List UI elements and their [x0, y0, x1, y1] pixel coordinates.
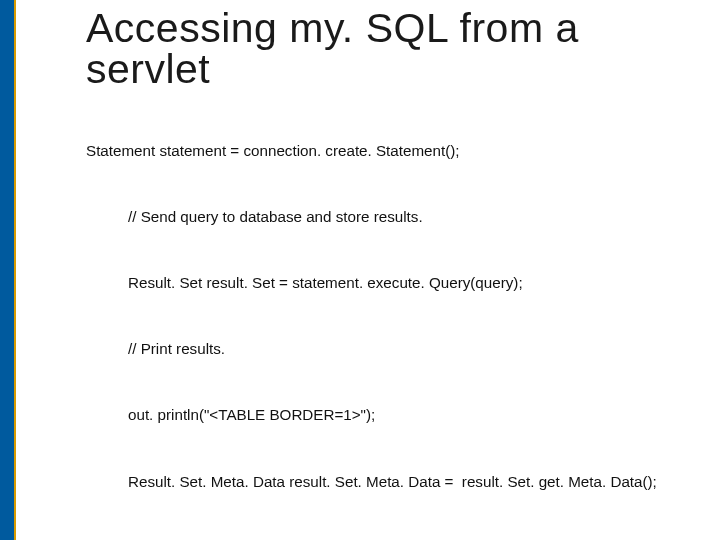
code-line: out. println("<TABLE BORDER=1>"); [86, 404, 680, 426]
code-line: Result. Set result. Set = statement. exe… [86, 272, 680, 294]
code-line: Statement statement = connection. create… [86, 140, 680, 162]
code-line: int column. Count = result. Set. Meta. D… [86, 537, 680, 540]
code-block: Statement statement = connection. create… [86, 96, 680, 540]
sidebar-accent [0, 0, 14, 540]
code-line: // Print results. [86, 338, 680, 360]
slide-title: Accessing my. SQL from a servlet [86, 8, 680, 90]
code-line: Result. Set. Meta. Data result. Set. Met… [86, 471, 680, 493]
slide-body: Accessing my. SQL from a servlet Stateme… [16, 0, 720, 540]
code-line: // Send query to database and store resu… [86, 206, 680, 228]
